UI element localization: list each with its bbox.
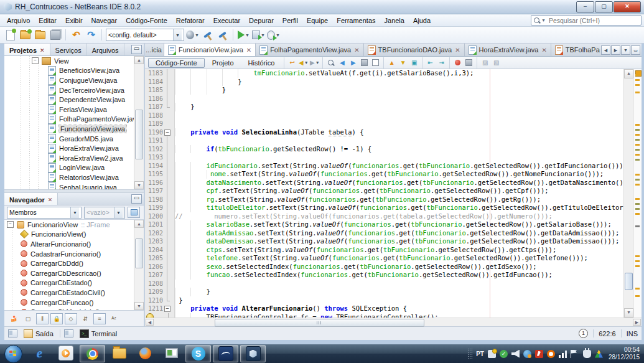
navigator-member[interactable]: AlterarFuncionario() [4,239,144,249]
menu-ajuda[interactable]: Ajuda [409,16,435,26]
power-plug-icon[interactable] [583,350,591,358]
code-line[interactable]: dataNascimento.setText(String.valueOf(fu… [175,179,623,187]
taskbar-windows-explorer[interactable] [107,345,131,361]
error-stripe-mark[interactable] [635,134,640,136]
show-non-public-button[interactable]: 🔒 [50,313,63,324]
error-stripe-mark[interactable] [635,154,640,156]
project-file[interactable]: SenhaUsuario.java [4,182,144,189]
navigator-member[interactable]: FuncionarioView() [4,230,144,240]
project-file[interactable]: GeradorMD5.java [4,134,144,144]
previous-bookmark-button[interactable]: ▲ [386,58,397,67]
navigator-member[interactable]: CarregarCbDescricao() [4,268,144,278]
notification-badge[interactable]: 1 [579,329,588,338]
code-line[interactable]: cpf.setText(String.valueOf(funcionarios.… [175,187,623,196]
code-line[interactable]: private void AlterarFuncionario() throws… [175,304,623,313]
security-check-icon[interactable]: ✓ [500,350,508,358]
code-line[interactable]: if(tbFuncionario.getSelectedRow() != -1)… [175,145,623,154]
project-file[interactable]: RelatoriosView.java [4,172,144,182]
close-icon[interactable]: ✕ [40,47,45,54]
error-stripe-mark[interactable] [635,203,640,205]
find-previous-button[interactable]: ◀ [337,58,347,67]
config-combo[interactable]: <config. default> ▼ [106,29,184,41]
last-edit-button[interactable]: ↩ [287,58,297,67]
editor-tab[interactable]: TBFuncionarioDAO.java✕ [364,44,465,56]
find-next-button[interactable]: ▶ [348,58,358,67]
error-stripe-mark[interactable] [635,288,640,290]
uncomment-button[interactable]: ▧ [491,58,502,67]
toggle-highlight-button[interactable] [359,58,370,67]
editor-gutter[interactable]: 1183118411851186118711881189119011911192… [145,69,175,318]
close-tab-icon[interactable]: ✕ [541,47,546,54]
code-line[interactable]: } [175,288,623,296]
code-line[interactable]: } [175,296,623,305]
code-line[interactable]: idFuncionario.setText(String.valueOf(fun… [175,162,623,171]
code-line[interactable]: // numero.setText(String.valueOf(funcion… [175,212,623,221]
menu-executar[interactable]: Executar [209,16,245,26]
action-center-flag-icon[interactable] [571,350,579,358]
error-stripe[interactable] [633,69,642,318]
maximize-button[interactable]: ▢ [595,1,613,12]
close-button[interactable]: ✕ [614,1,641,12]
menu-depurar[interactable]: Depurar [245,16,278,26]
code-line[interactable]: funcao.setSelectedIndex(funcionarios.get… [175,271,623,280]
comment-button[interactable]: ▨ [480,58,490,67]
projects-scrollbar[interactable]: ▲ ▼ [134,56,144,189]
scroll-left-icon[interactable]: ◀ [146,319,154,326]
navigator-member[interactable]: CarregarCbEstadoCivil() [4,288,144,298]
search-dropdown-icon[interactable]: ▼ [541,18,546,22]
tab-arquivos[interactable]: Arquivos [87,44,124,55]
stop-macro-button[interactable] [464,58,474,67]
scroll-down-icon[interactable]: ▼ [134,181,144,189]
error-stripe-mark[interactable] [635,260,640,262]
menu-perfil[interactable]: Perfil [278,16,302,26]
navigator-root[interactable]: −FuncionarioView :: JFrame [4,220,144,230]
sort-by-name-button[interactable]: ⇵ [79,313,91,324]
history-view-button[interactable]: Histórico [241,59,282,67]
error-stripe-mark[interactable] [635,144,640,146]
error-stripe-mark[interactable] [635,179,640,181]
back-button[interactable]: ◀▼ [298,58,309,67]
error-stripe-mark[interactable] [635,208,640,210]
tab-servicos[interactable]: Serviços [50,44,87,55]
menu-exibir[interactable]: Exibir [61,16,87,26]
dock-window-icon[interactable] [8,329,17,337]
taskbar-grip[interactable] [467,348,472,359]
project-file[interactable]: ConjugueView.java [4,75,144,85]
error-stripe-mark[interactable] [635,198,640,200]
debug-project-button[interactable]: ▼ [252,29,265,41]
error-stripe-mark[interactable] [635,79,640,81]
source-view-button[interactable]: Código-Fonte [148,58,205,68]
error-stripe-mark[interactable] [635,184,640,186]
minimize-button[interactable]: – [576,1,594,12]
project-file[interactable]: FolhaPagamentoView.java [4,115,144,125]
design-view-button[interactable]: Projeto [205,59,241,67]
quick-search[interactable]: ▼ [531,15,642,26]
maximize-editor-button[interactable]: ▭ [631,45,640,55]
taskbar-desktop-app[interactable] [159,345,184,361]
save-all-button[interactable] [49,29,62,41]
navigator-view-button[interactable] [128,207,140,218]
code-line[interactable]: ctps.setText(String.valueOf(funcionarios… [175,246,623,255]
error-stripe-mark[interactable] [635,84,640,86]
tab-list-button[interactable]: ▼ [621,45,630,55]
error-stripe-mark[interactable] [635,124,640,126]
project-file[interactable]: FuncionarioView.java [4,124,144,134]
project-file[interactable]: BeneficiosView.java [4,66,144,76]
code-line[interactable]: tmFuncionario.setValueAt(f.get(i).getSal… [175,69,623,78]
menu-editar[interactable]: Editar [34,16,61,26]
show-constructors-button[interactable]: ◇ [65,313,77,324]
profile-project-button[interactable]: ▼ [267,29,280,41]
code-line[interactable]: tituloDeEleitor.setText(String.valueOf(f… [175,204,623,212]
menu-navegar[interactable]: Navegar [87,16,122,26]
minimize-panel-button[interactable]: ▭ [131,45,142,54]
navigator-member[interactable]: CadastrarFuncionario() [4,249,144,259]
fold-marker[interactable] [163,304,172,313]
new-project-button[interactable] [19,29,32,41]
code-line[interactable] [175,111,623,120]
code-line[interactable]: } [175,86,623,95]
scroll-tabs-right-button[interactable]: ▶ [611,45,620,55]
scroll-up-icon[interactable]: ▲ [134,220,144,228]
navigator-member[interactable]: CarregarCbEstado() [4,278,144,288]
jump-to-combo[interactable]: <vazio> ▼ [84,207,125,219]
error-stripe-mark[interactable] [635,149,640,151]
